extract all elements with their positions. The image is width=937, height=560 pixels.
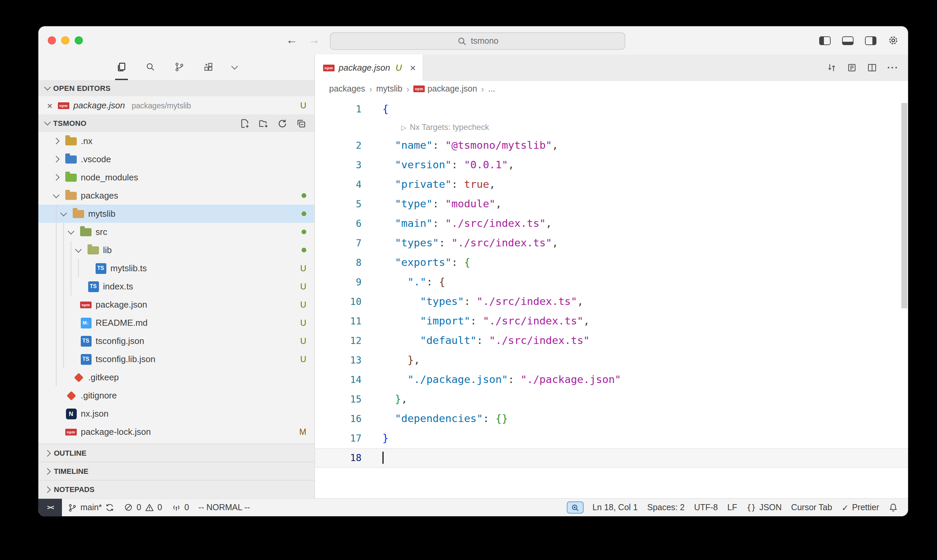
tree-file-nx.json[interactable]: Nnx.json [38, 405, 314, 423]
code-line-3[interactable]: 3 "version": "0.0.1", [315, 155, 908, 175]
open-changes-button[interactable] [847, 62, 857, 72]
refresh-button[interactable] [277, 118, 288, 128]
tree-folder-src[interactable]: src [38, 223, 314, 241]
tree-file-tsconfig.lib.json[interactable]: TStsconfig.lib.jsonU [38, 350, 314, 368]
tree-folder-lib[interactable]: lib [38, 241, 314, 259]
line-content: { [362, 100, 389, 119]
code-line-14[interactable]: 14 "./package.json": "./package.json" [315, 370, 908, 390]
file-icon-slot: TS [95, 263, 106, 274]
code-line-10[interactable]: 10 "types": "./src/index.ts", [315, 292, 908, 312]
eol[interactable]: LF [723, 499, 742, 516]
zoom-indicator[interactable] [567, 502, 584, 514]
tree-folder-mytslib[interactable]: mytslib [38, 205, 314, 223]
problems-text: 0 [137, 503, 142, 512]
codelens-action[interactable]: ▷Nx Targets: typecheck [362, 119, 489, 136]
notifications[interactable] [884, 499, 903, 516]
code-token: "./src/index.ts" [477, 295, 577, 308]
encoding[interactable]: UTF-8 [689, 499, 723, 516]
tree-folder-node_modules[interactable]: node_modules [38, 168, 314, 186]
problems[interactable]: 00 [120, 499, 167, 516]
tree-item-label: tsconfig.lib.json [95, 354, 155, 364]
code-editor[interactable]: 1{▷Nx Targets: typecheck2 "name": "@tsmo… [315, 97, 908, 498]
formatter[interactable]: ✓Prettier [837, 499, 884, 516]
minimize-window-button[interactable] [61, 36, 69, 45]
activity-item-views-more[interactable] [231, 54, 238, 80]
explorer-header[interactable]: TSMONO [38, 114, 314, 132]
tree-folder-.nx[interactable]: .nx [38, 132, 314, 150]
code-line-7[interactable]: 7 "types": "./src/index.ts", [315, 234, 908, 253]
navigate-forward-button[interactable]: → [308, 34, 320, 47]
more-actions-button[interactable]: ··· [887, 62, 899, 73]
tree-file-README.md[interactable]: M↓README.mdU [38, 314, 314, 332]
git-branch[interactable]: main* [64, 499, 120, 516]
code-line-17[interactable]: 17} [315, 429, 908, 448]
breadcrumb[interactable]: packages›mytslib›npmpackage.json›... [315, 81, 908, 97]
breadcrumb-item-[interactable]: ... [488, 84, 495, 94]
code-line-13[interactable]: 13 }, [315, 351, 908, 370]
titlebar[interactable]: ← → tsmono [38, 26, 908, 54]
code-line-11[interactable]: 11 "import": "./src/index.ts", [315, 312, 908, 331]
line-number: 16 [315, 409, 362, 429]
layout-panel-button[interactable] [842, 36, 854, 45]
code-line-5[interactable]: 5 "type": "module", [315, 194, 908, 214]
tree-file-.gitkeep[interactable]: .gitkeep [38, 368, 314, 386]
ports[interactable]: 0 [167, 499, 194, 516]
file-icon-slot [65, 390, 77, 401]
code-line-15[interactable]: 15 }, [315, 390, 908, 409]
close-window-button[interactable] [48, 36, 56, 45]
open-editors-header[interactable]: OPEN EDITORS [38, 80, 314, 96]
vertical-scrollbar[interactable] [901, 103, 908, 308]
tree-folder-packages[interactable]: packages [38, 186, 314, 205]
tree-file-mytslib.ts[interactable]: TSmytslib.tsU [38, 259, 314, 277]
tree-file-.gitignore[interactable]: .gitignore [38, 386, 314, 405]
code-line-12[interactable]: 12 "default": "./src/index.ts" [315, 331, 908, 351]
navigate-back-button[interactable]: ← [286, 34, 297, 47]
panel-header-notepads[interactable]: NOTEPADS [38, 480, 314, 498]
collapse-all-button[interactable] [296, 118, 306, 128]
panel-header-timeline[interactable]: TIMELINE [38, 462, 314, 480]
zoom-window-button[interactable] [75, 36, 83, 45]
code-line-6[interactable]: 6 "main": "./src/index.ts", [315, 214, 908, 234]
tab-package-json[interactable]: npm package.json U × [315, 54, 423, 81]
cursor-tab[interactable]: Cursor Tab [786, 499, 837, 516]
new-folder-button[interactable] [258, 118, 269, 128]
close-editor-icon[interactable]: × [46, 100, 54, 111]
breadcrumb-item-mytslib[interactable]: mytslib [376, 84, 403, 94]
open-editor-item-package.json[interactable]: ×npmpackage.jsonpackages/mytslibU [38, 96, 314, 114]
code-line-4[interactable]: 4 "private": true, [315, 175, 908, 194]
layout-sidebar-right-button[interactable] [865, 36, 876, 45]
breadcrumb-item-packages[interactable]: packages [329, 84, 365, 94]
tree-folder-.vscode[interactable]: .vscode [38, 150, 314, 168]
code-line-18[interactable]: 18 [315, 448, 908, 468]
file-icon-slot: TS [80, 354, 92, 365]
code-line-8[interactable]: 8 "exports": { [315, 253, 908, 272]
activity-item-extensions[interactable] [202, 54, 214, 80]
activity-item-source-control[interactable] [173, 54, 185, 80]
panel-header-outline[interactable]: OUTLINE [38, 443, 314, 462]
tree-file-index.ts[interactable]: TSindex.tsU [38, 277, 314, 295]
command-center[interactable]: tsmono [330, 32, 625, 50]
activity-item-explorer[interactable] [115, 54, 128, 80]
vim-mode[interactable]: -- NORMAL -- [194, 499, 255, 516]
tree-item-label: README.md [95, 318, 148, 328]
indentation[interactable]: Spaces: 2 [643, 499, 689, 516]
language-mode[interactable]: {}JSON [742, 499, 786, 516]
code-line-1[interactable]: 1{ [315, 100, 908, 119]
compare-changes-button[interactable] [826, 62, 837, 72]
tree-file-package.json[interactable]: npmpackage.jsonU [38, 295, 314, 314]
split-editor-button[interactable] [867, 62, 877, 72]
tree-file-package-lock.json[interactable]: npmpackage-lock.jsonM [38, 423, 314, 441]
code-line-9[interactable]: 9 ".": { [315, 272, 908, 292]
new-file-button[interactable] [240, 118, 250, 128]
breadcrumb-item-packagejson[interactable]: npmpackage.json [413, 84, 477, 94]
tab-close-icon[interactable]: × [410, 62, 416, 73]
layout-sidebar-left-button[interactable] [819, 36, 831, 45]
remote-indicator[interactable]: >< [38, 499, 62, 516]
code-token: "./src/index.ts" [489, 334, 590, 347]
settings-gear-button[interactable] [888, 35, 899, 46]
code-line-16[interactable]: 16 "dependencies": {} [315, 409, 908, 429]
tree-file-tsconfig.json[interactable]: TStsconfig.jsonU [38, 332, 314, 350]
code-line-2[interactable]: 2 "name": "@tsmono/mytslib", [315, 136, 908, 155]
activity-item-search[interactable] [144, 54, 157, 80]
cursor-position[interactable]: Ln 18, Col 1 [588, 499, 643, 516]
